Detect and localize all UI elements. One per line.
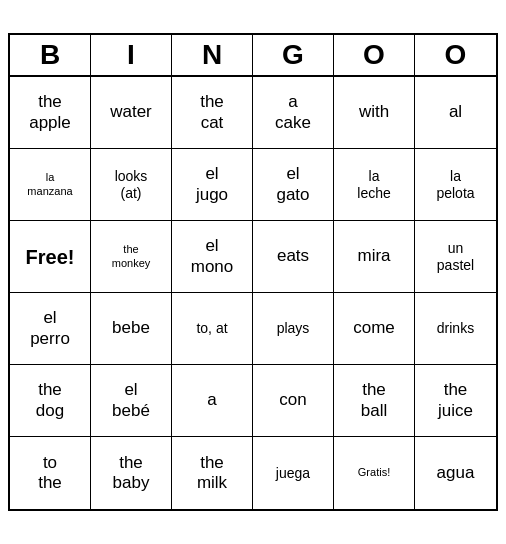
header-cell: B [10,35,91,75]
cell-r5-c0: to the [10,437,91,509]
cell-r2-c0: Free! [10,221,91,293]
cell-r1-c0: la manzana [10,149,91,221]
cell-r1-c5: la pelota [415,149,496,221]
header-cell: I [91,35,172,75]
cell-r4-c4: the ball [334,365,415,437]
cell-r0-c3: a cake [253,77,334,149]
cell-r5-c3: juega [253,437,334,509]
cell-r3-c3: plays [253,293,334,365]
cell-r4-c2: a [172,365,253,437]
cell-r3-c2: to, at [172,293,253,365]
cell-r0-c2: the cat [172,77,253,149]
cell-r4-c0: the dog [10,365,91,437]
cell-r1-c2: el jugo [172,149,253,221]
cell-r5-c4: Gratis! [334,437,415,509]
cell-r3-c1: bebe [91,293,172,365]
cell-r2-c1: the monkey [91,221,172,293]
header-cell: O [415,35,496,75]
cell-r0-c4: with [334,77,415,149]
cell-r1-c4: la leche [334,149,415,221]
cell-r2-c5: un pastel [415,221,496,293]
cell-r4-c5: the juice [415,365,496,437]
cell-r3-c0: el perro [10,293,91,365]
cell-r5-c2: the milk [172,437,253,509]
cell-r4-c1: el bebé [91,365,172,437]
cell-r1-c1: looks (at) [91,149,172,221]
cell-r1-c3: el gato [253,149,334,221]
cell-r2-c3: eats [253,221,334,293]
cell-r3-c5: drinks [415,293,496,365]
cell-r3-c4: come [334,293,415,365]
cell-r0-c1: water [91,77,172,149]
bingo-grid: the applewaterthe cata cakewithalla manz… [10,77,496,509]
cell-r2-c4: mira [334,221,415,293]
cell-r0-c5: al [415,77,496,149]
cell-r2-c2: el mono [172,221,253,293]
header-cell: N [172,35,253,75]
cell-r0-c0: the apple [10,77,91,149]
cell-r4-c3: con [253,365,334,437]
cell-r5-c1: the baby [91,437,172,509]
bingo-header: BINGOO [10,35,496,77]
bingo-card: BINGOO the applewaterthe cata cakewithal… [8,33,498,511]
cell-r5-c5: agua [415,437,496,509]
header-cell: G [253,35,334,75]
header-cell: O [334,35,415,75]
